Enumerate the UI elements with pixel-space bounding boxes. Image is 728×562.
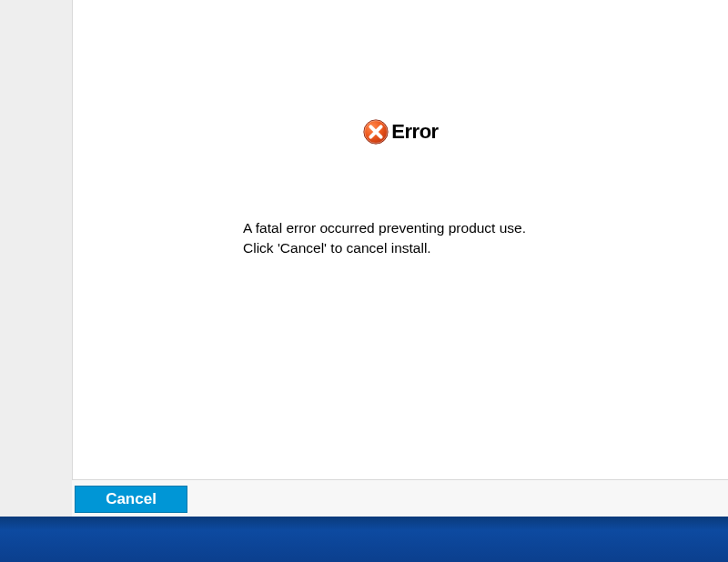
error-message-line2: Click 'Cancel' to cancel install. bbox=[243, 238, 662, 258]
error-message: A fatal error occurred preventing produc… bbox=[243, 218, 662, 258]
content-panel: Error A fatal error occurred preventing … bbox=[72, 0, 728, 480]
error-message-line1: A fatal error occurred preventing produc… bbox=[243, 218, 662, 238]
installer-window: Error A fatal error occurred preventing … bbox=[0, 0, 728, 562]
error-heading-row: Error bbox=[73, 118, 728, 146]
error-title: Error bbox=[391, 120, 438, 144]
error-x-icon bbox=[362, 118, 389, 146]
cancel-button[interactable]: Cancel bbox=[75, 486, 187, 513]
taskbar[interactable] bbox=[0, 517, 728, 562]
